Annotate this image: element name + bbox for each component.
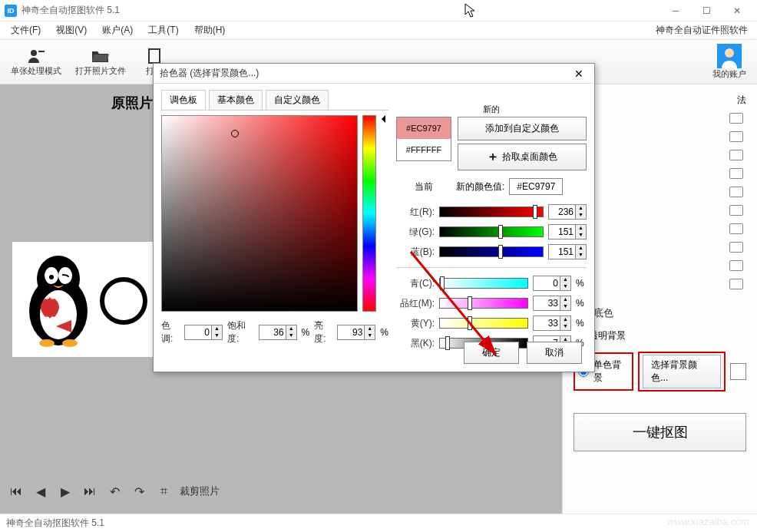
bg-color-swatch[interactable] [730, 363, 746, 380]
svg-rect-1 [38, 51, 45, 52]
transparent-bg-option[interactable]: 透明背景 [574, 326, 746, 345]
menubar: 文件(F) 视图(V) 账户(A) 工具(T) 帮助(H) 神奇全自动证件照软件 [0, 21, 757, 40]
choose-color-highlight: 选择背景颜色... [638, 352, 725, 392]
sat-label: 饱和度: [227, 319, 254, 345]
dialog-title: 拾色器 (选择背景颜色...) [160, 67, 570, 80]
svg-point-13 [102, 279, 145, 322]
my-account-button[interactable]: 我的账户 [706, 41, 752, 83]
rotate-right-icon[interactable]: ↷ [131, 483, 147, 500]
red-input[interactable]: ▲▼ [548, 204, 587, 220]
cyan-input[interactable]: ▲▼ [533, 276, 571, 291]
yellow-slider[interactable] [439, 318, 528, 329]
val-label: 亮度: [314, 319, 332, 345]
pick-desktop-color-button[interactable]: ＋拾取桌面颜色 [458, 144, 587, 170]
yellow-input[interactable]: ▲▼ [533, 316, 571, 331]
option-icon[interactable] [729, 113, 743, 124]
color-picker-dialog: 拾色器 (选择背景颜色...) ✕ 调色板 基本颜色 自定义颜色 色调: ▲▼ … [153, 63, 595, 372]
svg-point-4 [725, 48, 734, 58]
statusbar: 神奇全自动抠图软件 5.1 [0, 514, 757, 532]
brand-label: 神奇全自动证件照软件 [656, 24, 754, 37]
menu-account[interactable]: 账户(A) [94, 21, 140, 39]
svg-point-0 [31, 50, 37, 56]
new-label: 新的 [396, 104, 587, 115]
saturation-value-picker[interactable] [161, 115, 358, 312]
tab-palette[interactable]: 调色板 [161, 90, 206, 110]
bottom-toolbar: ⏮ ◀ ▶ ⏭ ↶ ↷ ⌗ 裁剪照片 [8, 483, 220, 500]
new-value-label: 新的颜色值: [456, 180, 504, 193]
option-icon[interactable] [729, 279, 743, 289]
option-icon[interactable] [729, 223, 743, 234]
tab-custom[interactable]: 自定义颜色 [266, 90, 329, 110]
val-input[interactable]: ▲▼ [337, 325, 375, 340]
svg-rect-2 [149, 49, 160, 63]
ok-button[interactable]: 确定 [464, 342, 519, 364]
open-photo-button[interactable]: 打开照片文件 [69, 44, 132, 80]
option-icon[interactable] [729, 131, 743, 142]
option-icon[interactable] [729, 187, 743, 197]
menu-file[interactable]: 文件(F) [3, 21, 48, 39]
status-text: 神奇全自动抠图软件 5.1 [6, 517, 104, 530]
choose-bg-color-button[interactable]: 选择背景颜色... [643, 355, 720, 388]
sat-input[interactable]: ▲▼ [259, 325, 297, 340]
option-icon[interactable] [729, 242, 743, 253]
last-page-icon[interactable]: ⏭ [81, 483, 98, 500]
auto-cutout-button[interactable]: 一键抠图 [574, 413, 746, 451]
single-mode-button[interactable]: 单张处理模式 [5, 44, 68, 80]
sv-cursor [231, 130, 239, 137]
option-icon[interactable] [729, 260, 743, 271]
menu-help[interactable]: 帮助(H) [187, 21, 233, 39]
preview-image [12, 242, 154, 357]
hue-slider[interactable] [362, 115, 376, 312]
picker-tabs: 调色板 基本颜色 自定义颜色 [161, 90, 388, 111]
method-suffix: 法 [737, 94, 746, 107]
svg-point-10 [49, 275, 54, 279]
cancel-button[interactable]: 取消 [527, 342, 582, 364]
app-title: 神奇全自动抠图软件 5.1 [21, 4, 660, 17]
blue-input[interactable]: ▲▼ [548, 244, 587, 259]
red-slider[interactable] [439, 207, 544, 217]
watermark: www.xiazaiba.com [667, 516, 749, 527]
original-photo-label: 原照片 [111, 94, 153, 112]
option-icon[interactable] [729, 168, 743, 179]
new-color-swatch: #EC9797 [397, 117, 451, 139]
person-icon [25, 47, 47, 65]
minimize-button[interactable]: ─ [660, 0, 691, 21]
current-label: 当前 [396, 180, 451, 193]
option-icon[interactable] [729, 150, 743, 160]
hex-input[interactable] [509, 178, 563, 195]
magenta-slider[interactable] [439, 298, 528, 309]
blue-slider[interactable] [439, 246, 544, 257]
crop-icon[interactable]: ⌗ [155, 483, 172, 500]
bg-section-title: 背景底色 [574, 306, 746, 320]
prev-icon[interactable]: ◀ [32, 483, 49, 500]
app-icon: ID [5, 5, 17, 17]
svg-point-12 [62, 339, 78, 347]
penguin-image [24, 249, 93, 349]
titlebar: ID 神奇全自动抠图软件 5.1 ─ ☐ ✕ [0, 0, 757, 21]
avatar-icon [717, 44, 742, 68]
menu-tools[interactable]: 工具(T) [140, 21, 186, 39]
option-icon[interactable] [729, 205, 743, 216]
maximize-button[interactable]: ☐ [691, 0, 722, 21]
green-input[interactable]: ▲▼ [548, 224, 587, 240]
color-compare-swatches: #EC9797 #FFFFFF [396, 117, 451, 161]
cyan-slider[interactable] [439, 278, 528, 289]
hue-input[interactable]: ▲▼ [184, 325, 223, 340]
magenta-input[interactable]: ▲▼ [533, 296, 571, 311]
dialog-close-button[interactable]: ✕ [570, 66, 588, 81]
svg-point-11 [39, 339, 55, 347]
current-color-swatch: #FFFFFF [397, 139, 451, 160]
next-icon[interactable]: ▶ [57, 483, 74, 500]
rotate-left-icon[interactable]: ↶ [106, 483, 123, 500]
crop-label: 裁剪照片 [180, 484, 220, 498]
close-button[interactable]: ✕ [722, 0, 752, 21]
hue-label: 色调: [161, 319, 180, 345]
hue-indicator [381, 115, 388, 312]
circle-overlay [97, 274, 150, 328]
green-slider[interactable] [439, 226, 544, 237]
tab-basic[interactable]: 基本颜色 [209, 90, 263, 110]
first-page-icon[interactable]: ⏮ [8, 483, 25, 500]
menu-view[interactable]: 视图(V) [48, 21, 94, 39]
add-custom-color-button[interactable]: 添加到自定义颜色 [458, 117, 587, 140]
dialog-titlebar: 拾色器 (选择背景颜色...) ✕ [154, 64, 594, 84]
